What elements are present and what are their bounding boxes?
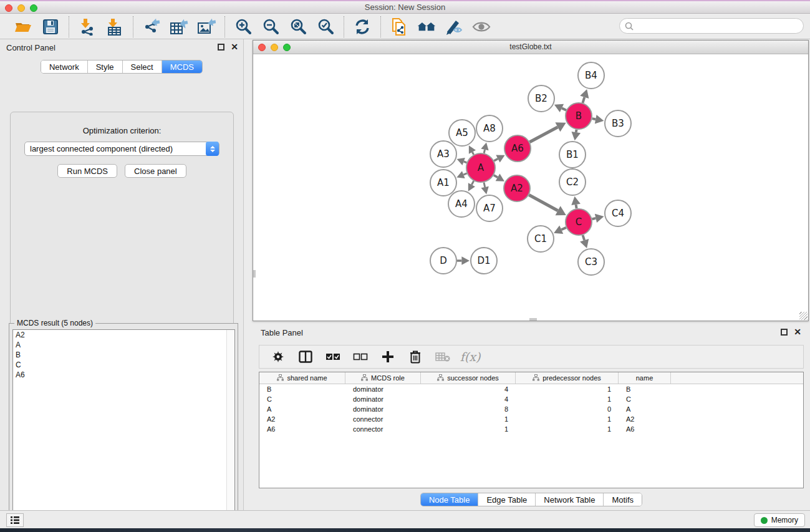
column-header-shared-name[interactable]: shared name [259, 372, 345, 384]
function-builder-icon[interactable]: f(x) [463, 349, 478, 364]
delete-table-icon[interactable] [435, 349, 450, 364]
graph-node-C2[interactable]: C2 [559, 169, 586, 195]
column-mode-icon[interactable] [298, 349, 313, 364]
table-row[interactable]: A2connector11A2 [259, 414, 803, 424]
export-image-icon[interactable] [197, 17, 216, 36]
graph-node-A[interactable]: A [466, 153, 495, 182]
graph-node-A5[interactable]: A5 [449, 120, 475, 146]
table-cell[interactable]: B [619, 384, 671, 394]
mcds-result-item[interactable]: B [13, 350, 234, 360]
table-cell[interactable]: A [259, 404, 345, 414]
network-maximize-icon[interactable] [283, 44, 291, 51]
table-cell[interactable]: 1 [421, 424, 516, 434]
save-session-icon[interactable] [41, 17, 60, 36]
table-cell[interactable]: A6 [259, 424, 345, 434]
graph-node-A7[interactable]: A7 [476, 195, 503, 221]
graph-node-A3[interactable]: A3 [430, 141, 456, 167]
search-input[interactable] [637, 22, 793, 31]
graph-node-A4[interactable]: A4 [448, 191, 475, 217]
graph-node-A2[interactable]: A2 [504, 175, 530, 201]
table-cell[interactable]: 8 [421, 404, 516, 414]
table-cell[interactable]: dominator [345, 404, 421, 414]
network-close-icon[interactable] [258, 44, 266, 51]
hide-graphics-details-icon[interactable] [445, 17, 463, 36]
hide-columns-icon[interactable] [353, 349, 368, 364]
tab-node-table[interactable]: Node Table [421, 493, 479, 506]
import-network-icon[interactable] [78, 17, 97, 36]
optimization-criterion-select[interactable]: largest connected component (directed) [24, 142, 219, 156]
import-table-icon[interactable] [105, 17, 124, 36]
graph-edge-A2-C[interactable] [529, 195, 566, 216]
graph-node-B[interactable]: B [566, 103, 592, 129]
show-columns-icon[interactable] [325, 349, 340, 364]
close-panel-button[interactable]: Close panel [125, 164, 186, 178]
graph-edge-C-C2[interactable] [571, 196, 581, 209]
zoom-fit-icon[interactable] [289, 17, 307, 36]
open-file-icon[interactable] [14, 17, 32, 36]
graph-edge-B-B2[interactable] [554, 104, 566, 112]
table-cell[interactable]: C [259, 394, 345, 404]
graph-node-C1[interactable]: C1 [528, 226, 554, 252]
tab-network-table[interactable]: Network Table [536, 493, 604, 506]
table-row[interactable]: Bdominator41B [259, 384, 803, 394]
mcds-result-item[interactable]: A6 [13, 370, 234, 380]
show-graphics-details-icon[interactable] [472, 17, 491, 36]
graph-edge-C-C4[interactable] [592, 214, 604, 223]
graph-node-B3[interactable]: B3 [605, 110, 631, 137]
graph-edge-B-B4[interactable] [580, 89, 589, 103]
graph-edge-A6-B[interactable] [529, 122, 566, 142]
graph-edge-A-A8[interactable] [481, 142, 488, 153]
graph-node-B1[interactable]: B1 [559, 142, 586, 168]
table-cell[interactable]: 4 [421, 394, 516, 404]
first-neighbors-icon[interactable] [417, 17, 436, 36]
mcds-result-list[interactable]: A2ABCA6 [12, 329, 235, 532]
graph-node-C[interactable]: C [566, 209, 592, 235]
zoom-out-icon[interactable] [261, 17, 280, 36]
column-header-successor-nodes[interactable]: successor nodes [421, 372, 516, 384]
graph-node-D1[interactable]: D1 [471, 248, 497, 274]
minimize-window-icon[interactable] [17, 4, 25, 12]
table-cell[interactable]: 1 [516, 384, 619, 394]
graph-node-D[interactable]: D [430, 248, 456, 274]
graph-edge-C-C1[interactable] [554, 226, 566, 235]
table-cell[interactable]: A2 [619, 414, 671, 424]
tab-select[interactable]: Select [123, 60, 162, 73]
graph-edge-A-A4[interactable] [468, 181, 475, 191]
mcds-result-item[interactable]: A2 [13, 330, 234, 340]
table-row[interactable]: A6connector11A6 [259, 424, 803, 434]
maximize-window-icon[interactable] [30, 4, 37, 12]
run-mcds-button[interactable]: Run MCDS [57, 164, 117, 178]
export-table-icon[interactable] [170, 17, 188, 36]
table-cell[interactable]: 0 [516, 404, 619, 414]
table-cell[interactable]: 1 [516, 424, 619, 434]
column-header-predecessor-nodes[interactable]: predecessor nodes [516, 372, 619, 384]
table-cell[interactable]: 1 [516, 414, 619, 424]
network-canvas[interactable]: B4B2BB3A8A5A6A3B1AC2A1A2A4A7C4CC1C3DD1 [253, 54, 808, 321]
graph-edge-A-A3[interactable] [457, 158, 467, 165]
zoom-selected-icon[interactable] [316, 17, 335, 36]
float-table-panel-icon[interactable] [781, 329, 788, 336]
float-panel-icon[interactable] [218, 44, 224, 51]
table-row[interactable]: Cdominator41C [259, 394, 803, 404]
graph-node-B2[interactable]: B2 [528, 85, 554, 112]
mcds-result-item[interactable]: A [13, 340, 234, 350]
table-cell[interactable]: 1 [421, 414, 516, 424]
close-panel-icon[interactable]: ✕ [231, 44, 238, 51]
graph-edge-A-A2[interactable] [494, 173, 504, 181]
add-column-icon[interactable] [380, 349, 395, 364]
scrollbar[interactable] [226, 330, 234, 532]
delete-column-icon[interactable] [408, 349, 423, 364]
graph-edge-A-A7[interactable] [481, 182, 489, 194]
tab-network[interactable]: Network [41, 60, 88, 73]
mcds-result-item[interactable]: C [13, 360, 234, 370]
graph-edge-D-D1[interactable] [457, 256, 470, 265]
table-cell[interactable]: A2 [259, 414, 345, 424]
column-header-MCDS-role[interactable]: MCDS role [345, 372, 421, 384]
graph-node-B4[interactable]: B4 [578, 62, 604, 89]
table-cell[interactable]: A [619, 404, 671, 414]
close-table-panel-icon[interactable]: ✕ [794, 329, 801, 336]
graph-node-C3[interactable]: C3 [578, 249, 604, 275]
memory-button[interactable]: Memory [754, 513, 805, 527]
graph-edge-B-B1[interactable] [571, 130, 581, 141]
gear-icon[interactable] [271, 349, 286, 364]
